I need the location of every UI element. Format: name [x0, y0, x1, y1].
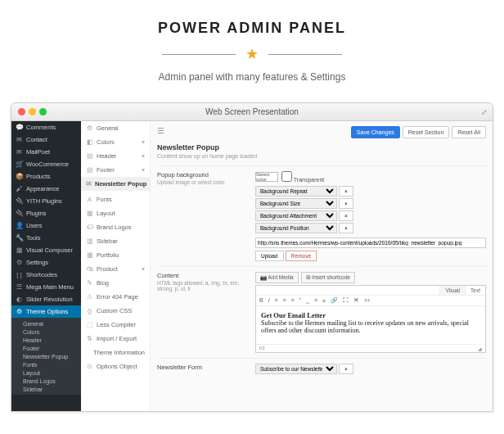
tab-text[interactable]: Text	[465, 286, 485, 295]
option-item-theme-information[interactable]: Theme Information	[81, 346, 150, 359]
option-icon: ⊙	[86, 363, 93, 370]
menu-icon: 📦	[16, 173, 23, 180]
menu-icon: ☰	[16, 283, 23, 291]
bg-select[interactable]: Background Position	[255, 223, 337, 233]
menu-icon: ✉	[16, 148, 23, 156]
option-icon: ▦	[86, 251, 93, 259]
option-item-less-compiler[interactable]: ⬚Less Compiler	[81, 318, 150, 332]
option-item-portfolio[interactable]: ▦Portfolio	[81, 248, 150, 262]
sidebar-item-users[interactable]: 👤Users	[11, 219, 81, 232]
sidebar-subitem[interactable]: Header	[23, 336, 81, 344]
sidebar-item-appearance[interactable]: 🖌Appearance	[11, 183, 81, 195]
background-url-input[interactable]	[255, 237, 486, 248]
upload-button[interactable]: Upload	[255, 251, 284, 261]
option-icon: ⚠	[86, 293, 93, 301]
hero: POWER ADMIN PANEL ★ Admin panel with man…	[0, 0, 504, 91]
option-icon: ✎	[86, 279, 93, 287]
option-icon: ⇅	[86, 335, 93, 342]
menu-icon: 🔧	[16, 234, 23, 242]
menu-icon: 🔌	[16, 210, 23, 217]
option-icon: ▤	[86, 166, 93, 174]
reset-all-button[interactable]: Reset All	[452, 126, 486, 138]
field-label: Content HTML tags allowed: a, img, br, e…	[157, 272, 247, 353]
sidebar-item-slider-revolution[interactable]: ◐Slider Revolution	[11, 293, 81, 305]
sidebar-item-comments[interactable]: 💬Comments	[11, 121, 81, 133]
option-item-error-404-page[interactable]: ⚠Error 404 Page	[81, 290, 150, 304]
option-item-custom-css[interactable]: {}Custom CSS	[81, 304, 150, 318]
star-icon: ★	[245, 45, 259, 63]
option-item-general[interactable]: ⚙General	[81, 121, 150, 135]
sidebar-subitem[interactable]: General	[23, 319, 81, 328]
sidebar-item-products[interactable]: 📦Products	[11, 170, 81, 183]
titlebar: Web Screen Presentation ⤢	[11, 103, 493, 121]
sidebar-item-yith-plugins[interactable]: 🔌YITH Plugins	[11, 195, 81, 207]
sidebar-item-mega-main-menu[interactable]: ☰Mega Main Menu	[11, 281, 81, 293]
color-picker[interactable]: Select color	[255, 172, 278, 182]
save-button[interactable]: Save Changes	[351, 126, 400, 138]
option-icon: A	[86, 196, 93, 203]
option-item-newsletter-popup[interactable]: ✉Newsletter Popup	[81, 177, 150, 191]
sidebar-item-theme-options[interactable]: ⚙Theme Options	[11, 305, 81, 318]
bg-select[interactable]: Background Attachment	[255, 210, 337, 221]
sidebar-item-woocommerce[interactable]: 🛒WooCommerce	[11, 158, 81, 170]
option-item-layout[interactable]: ▦Layout	[81, 206, 150, 220]
insert-shortcode-button[interactable]: ⊞ Insert shortcode	[301, 272, 355, 283]
option-item-sidebar[interactable]: ▥Sidebar	[81, 234, 150, 248]
menu-icon: ⚙	[16, 259, 23, 266]
main-panel: ☰ Save Changes Reset Section Reset All N…	[151, 121, 493, 411]
hero-subtitle: Admin panel with many features & Setting…	[0, 71, 504, 83]
option-item-blog[interactable]: ✎Blog	[81, 276, 150, 290]
editor-body[interactable]: Get Our Email Letter Subscribe to the He…	[256, 306, 485, 344]
option-item-brand-logos[interactable]: 🏷Brand Logos	[81, 220, 150, 234]
clear-icon[interactable]: ×	[339, 198, 353, 209]
editor-toolbar[interactable]: B I ≡ ≡ ≡ " ⎯ ≡ ≣ 🔗 ⛶ ✕ ⚏	[256, 296, 485, 306]
sidebar-subitem[interactable]: Sidebar	[23, 385, 81, 393]
sidebar-item-plugins[interactable]: 🔌Plugins	[11, 207, 81, 219]
window-title: Web Screen Presentation	[11, 107, 493, 116]
menu-icon: 🖌	[16, 185, 23, 192]
sidebar-item-contact[interactable]: ✉Contact	[11, 133, 81, 146]
sidebar-subitem[interactable]: Newsletter Popup	[23, 352, 81, 360]
clear-icon[interactable]: ×	[339, 186, 353, 197]
menu-icon: 🛒	[16, 160, 23, 168]
menu-icon: 💬	[16, 124, 23, 131]
clear-icon[interactable]: ×	[339, 364, 353, 374]
bg-select[interactable]: Background Size	[255, 198, 337, 209]
section-desc: Content show up on home page loaded	[157, 153, 486, 159]
menu-icon: 🔌	[16, 197, 23, 205]
option-item-import-/-export[interactable]: ⇅Import / Export	[81, 332, 150, 346]
option-icon: 🏷	[86, 224, 93, 231]
remove-button[interactable]: Remove	[286, 251, 317, 261]
option-icon: ▦	[86, 210, 93, 217]
menu-icon[interactable]: ☰	[157, 126, 164, 135]
option-item-footer[interactable]: ▤Footer▾	[81, 163, 150, 177]
sidebar-subitem[interactable]: Brand Logos	[23, 377, 81, 385]
option-item-fonts[interactable]: AFonts	[81, 192, 150, 206]
sidebar-item-mailpoet[interactable]: ✉MailPoet	[11, 146, 81, 158]
menu-icon: [ ]	[16, 271, 23, 278]
sidebar-subitem[interactable]: Colors	[23, 328, 81, 336]
sidebar-subitem[interactable]: Footer	[23, 344, 81, 352]
option-icon: ▤	[86, 152, 93, 160]
options-sidebar: ⚙General◧Colors▾▤Header▾▤Footer▾✉Newslet…	[81, 121, 151, 411]
option-item-options-object[interactable]: ⊙Options Object	[81, 359, 150, 373]
sidebar-item-shortcodes[interactable]: [ ]Shortcodes	[11, 269, 81, 281]
sidebar-item-tools[interactable]: 🔧Tools	[11, 232, 81, 244]
reset-section-button[interactable]: Reset Section	[403, 126, 450, 138]
sidebar-subitem[interactable]: Layout	[23, 368, 81, 377]
option-item-product[interactable]: 🛍Product▾	[81, 262, 150, 276]
resize-icon[interactable]: ◢	[478, 346, 482, 351]
option-item-colors[interactable]: ◧Colors▾	[81, 135, 150, 149]
sidebar-item-settings[interactable]: ⚙Settings	[11, 256, 81, 269]
option-item-header[interactable]: ▤Header▾	[81, 149, 150, 163]
add-media-button[interactable]: 📷 Add Media	[255, 272, 299, 283]
sidebar-item-visual-composer[interactable]: ▦Visual Composer	[11, 244, 81, 256]
clear-icon[interactable]: ×	[339, 210, 353, 221]
tab-visual[interactable]: Visual	[439, 286, 465, 295]
bg-select[interactable]: Background Repeat	[255, 186, 337, 197]
clear-icon[interactable]: ×	[339, 223, 353, 233]
sidebar-subitem[interactable]: Fonts	[23, 360, 81, 368]
newsletter-form-select[interactable]: Subscribe to our Newsletter	[255, 364, 337, 374]
expand-icon[interactable]: ⤢	[481, 108, 488, 116]
transparent-checkbox[interactable]: Transparent	[281, 171, 324, 183]
